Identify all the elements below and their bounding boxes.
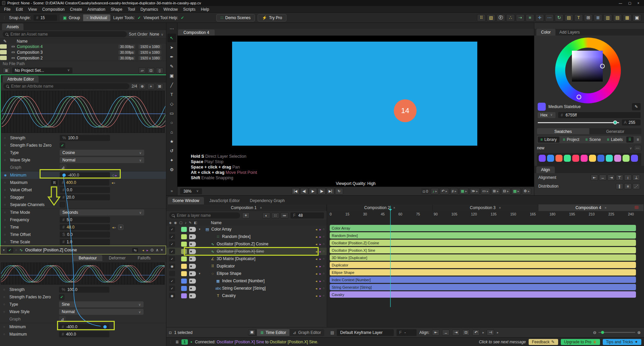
asset-row[interactable]: ▭ Composition 3 30.00fps 1920 x 1080 [0, 49, 166, 55]
next-keyframe-icon[interactable]: ▸ [320, 228, 321, 231]
swatch-source-button[interactable]: ≡Project [560, 137, 582, 143]
close-tab-icon[interactable]: × [604, 206, 606, 210]
type-dropdown-2[interactable]: Sine∨ [59, 301, 144, 307]
swatch-source-button[interactable]: ≡Library [538, 137, 559, 143]
color-swatch[interactable] [572, 155, 579, 162]
layer-row[interactable]: ✓ ▦ Index Context [Number] ◂ [166, 277, 327, 285]
layer-row[interactable]: ✓ ∿ Oscillator [Position.Z] Cosine ◂ [166, 240, 327, 248]
next-keyframe-icon[interactable]: ▸ [147, 248, 148, 252]
keyframe-radio[interactable] [4, 196, 10, 199]
duplicated-circle-shape[interactable]: 14 [394, 99, 417, 122]
next-keyframe-icon[interactable]: ▸ [320, 250, 321, 253]
value-offset-field[interactable]: #0.0 [60, 187, 110, 193]
maximum-field-2[interactable]: #400.0 [59, 331, 109, 337]
layer-duration-bar[interactable]: Ellipse Shape [330, 269, 636, 276]
sv-selector[interactable] [600, 64, 605, 68]
toolbar-icon-button[interactable]: ↻ [555, 14, 564, 21]
viewport-control-button[interactable]: ↶▸ [440, 188, 449, 195]
keyframe-layer-dropdown[interactable]: Default Keyframe Layer [337, 329, 394, 336]
frequency-field[interactable]: #5.0 [60, 217, 110, 223]
attribute-editor-tab[interactable]: Attribute Editor [3, 76, 39, 83]
color-swatch[interactable] [614, 155, 621, 162]
viewport-help-check-icon[interactable]: ✓ [181, 15, 184, 20]
graph-editor-toggle[interactable]: ⊿Graph Editor [289, 329, 324, 336]
composition-tab[interactable]: Composition 1× [166, 204, 327, 211]
enabled-checkbox[interactable]: ✓ [7, 248, 13, 253]
next-message-link[interactable]: Click to see next message [479, 340, 526, 344]
behaviour-tab[interactable]: Falloffs [132, 255, 156, 261]
io-icon[interactable]: ⇆ [132, 248, 138, 252]
separate-channels-checkbox[interactable] [60, 202, 65, 207]
attribute-search-input[interactable] [11, 84, 127, 89]
expand-caret-icon[interactable]: ▾ [197, 272, 202, 275]
prev-keyframe-icon[interactable]: ◂ [316, 242, 317, 246]
loop-circle-icon[interactable]: ○ [323, 250, 325, 253]
tool-button[interactable]: ⌂ [167, 128, 176, 136]
loop-circle-icon[interactable]: ○ [323, 294, 325, 297]
layer-search[interactable] [169, 212, 240, 218]
add-layer-button[interactable]: + [242, 212, 250, 218]
alignment-button[interactable]: ↕ [624, 175, 632, 181]
toolbar-icon-button[interactable]: ▤ [613, 14, 622, 21]
fades-checkbox-2[interactable]: ✓ [59, 294, 64, 300]
alignment-button[interactable]: ↔ [599, 175, 606, 181]
attribute-search[interactable] [3, 83, 129, 89]
editor-tab[interactable]: Scene Window [168, 197, 204, 204]
keyframe-radio[interactable] [4, 203, 10, 206]
viewport-control-button[interactable]: ▩▸ [512, 188, 521, 195]
snap-keys-button[interactable]: ⊣ [487, 330, 494, 336]
loop-circle-icon[interactable]: ○ [323, 228, 325, 231]
toolbar-grip[interactable]: ⋮ [3, 16, 6, 19]
visibility-toggle[interactable]: ✓ [169, 249, 175, 254]
overlay-counter[interactable]: ◘0 [421, 188, 430, 195]
graph-button-2[interactable]: ⊿ [59, 316, 66, 322]
toolbar-icon-button[interactable]: ▤ [565, 14, 573, 21]
menu-item[interactable]: Shape [108, 6, 125, 12]
tool-button[interactable]: T [167, 90, 176, 99]
tag-icon[interactable] [189, 286, 196, 291]
tool-button[interactable]: ✎ [167, 62, 176, 70]
sort-order-dropdown[interactable]: None∨ [150, 32, 163, 37]
visibility-toggle[interactable]: ✓ [169, 234, 175, 239]
prev-keyframe-icon[interactable]: ◂ [316, 294, 317, 298]
clear-attr-icon[interactable]: ⊠ [156, 83, 163, 89]
alpha-value-field[interactable]: A255 [622, 119, 641, 126]
expand-caret-icon[interactable]: ▾ [197, 228, 202, 231]
frame-field[interactable]: F48 [290, 212, 324, 218]
try-pro-button[interactable]: ⚡Try Pro [258, 14, 286, 21]
wave-style-dropdown[interactable]: Normal∨ [60, 157, 144, 163]
viewport-control-button[interactable]: ⊞▸ [491, 188, 500, 195]
prev-keyframe-icon[interactable]: ◂ [316, 228, 317, 231]
visibility-toggle[interactable]: ✓ [169, 256, 175, 261]
prev-keyframe-icon[interactable]: ◂ [111, 181, 113, 185]
individual-button[interactable]: ▫Individual [83, 14, 110, 21]
keyframe-radio[interactable] [3, 288, 9, 291]
type-dropdown[interactable]: Cosine∨ [60, 150, 144, 156]
viewport-control-button[interactable]: ≫▸ [470, 188, 480, 195]
add-layers-tab[interactable]: Add Layers [556, 29, 583, 36]
color-tab[interactable]: Color [536, 29, 555, 36]
swatch-source-button[interactable]: ≡Scene [583, 137, 603, 143]
color-swatch[interactable] [539, 155, 546, 162]
layer-color-swatch[interactable] [181, 227, 187, 232]
tool-button[interactable]: ▭ [167, 109, 176, 117]
keyframe-radio[interactable] [4, 136, 10, 140]
time-editor-toggle[interactable]: ≣Time Editor [257, 329, 289, 336]
next-keyframe-icon[interactable]: ▸ [320, 257, 321, 261]
tool-button[interactable]: ⚙ [167, 165, 176, 174]
toolbar-icon-button[interactable]: ✛ [535, 14, 544, 21]
menu-item[interactable]: Help [198, 6, 212, 12]
strength-field[interactable]: %100.0 [60, 135, 110, 141]
keyframe-radio[interactable] [3, 333, 9, 336]
range-end-marker[interactable] [635, 206, 639, 209]
prev-keyframe-icon[interactable]: ◂ [112, 226, 114, 229]
tool-button[interactable]: ✒ [167, 52, 176, 61]
keyframe-radio[interactable] [4, 211, 10, 214]
layer-color-swatch[interactable] [181, 293, 187, 298]
messages-icon[interactable]: ≣ [175, 340, 179, 344]
pin-attr-icon[interactable]: + [147, 83, 155, 89]
layer-duration-bar[interactable]: Random [Index] [330, 232, 636, 239]
toolbar-icon-button[interactable]: ▦ [623, 14, 632, 21]
prev-keyframe-icon[interactable]: ◂ [142, 248, 144, 252]
blue-rectangle-shape[interactable] [232, 42, 477, 146]
